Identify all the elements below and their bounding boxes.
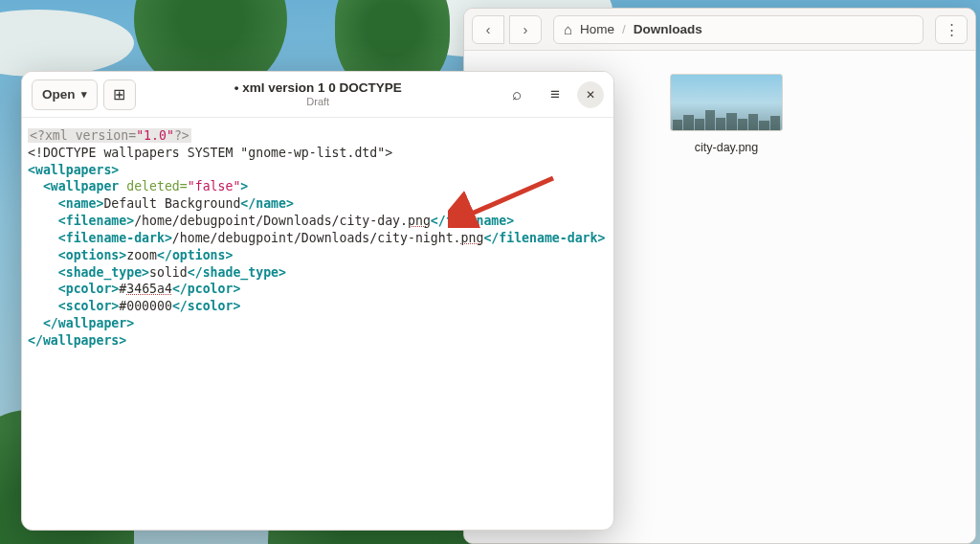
breadcrumb-current[interactable]: Downloads [634,22,702,36]
open-button-label: Open [42,87,76,102]
doctype-line: <!DOCTYPE wallpapers SYSTEM "gnome-wp-li… [28,146,392,160]
document-subtitle: Draft [142,96,495,107]
files-header: ‹ › ⌂ Home / Downloads ⋮ [464,9,975,51]
file-item[interactable]: city-day.png [659,74,793,156]
text-editor-window: Open ▾ ⊞ • xml version 1 0 DOCTYPE Draft… [21,71,614,531]
file-label[interactable]: city-day.png [687,139,766,156]
breadcrumb[interactable]: ⌂ Home / Downloads [553,15,924,44]
kebab-icon: ⋮ [945,21,959,38]
editor-title: • xml version 1 0 DOCTYPE Draft [142,81,495,107]
breadcrumb-separator: / [622,22,626,36]
wallpapers-close-tag: </wallpapers> [28,333,126,348]
home-icon: ⌂ [564,21,572,37]
breadcrumb-home[interactable]: Home [580,22,614,36]
plus-icon: ⊞ [113,85,125,103]
open-button[interactable]: Open ▾ [32,79,98,110]
chevron-right-icon: › [523,21,528,37]
close-icon: ✕ [586,88,595,102]
close-button[interactable]: ✕ [577,81,604,108]
wallpaper-close-tag: </wallpaper> [43,316,134,330]
nav-forward-button[interactable]: › [509,15,542,44]
hamburger-icon: ≡ [550,85,560,104]
kebab-menu-button[interactable]: ⋮ [935,15,968,44]
nav-back-button[interactable]: ‹ [472,15,504,44]
hamburger-menu-button[interactable]: ≡ [539,79,571,110]
search-button[interactable]: ⌕ [501,79,533,110]
chevron-left-icon: ‹ [486,21,491,37]
search-icon: ⌕ [512,85,522,104]
wallpapers-open-tag: <wallpapers> [28,163,119,177]
new-tab-button[interactable]: ⊞ [103,79,136,110]
file-thumbnail [670,74,783,131]
editor-header: Open ▾ ⊞ • xml version 1 0 DOCTYPE Draft… [22,72,613,118]
dropdown-icon: ▾ [81,88,87,101]
document-title: • xml version 1 0 DOCTYPE [142,81,495,96]
code-editor[interactable]: <?xml version="1.0"?> <!DOCTYPE wallpape… [22,118,613,530]
